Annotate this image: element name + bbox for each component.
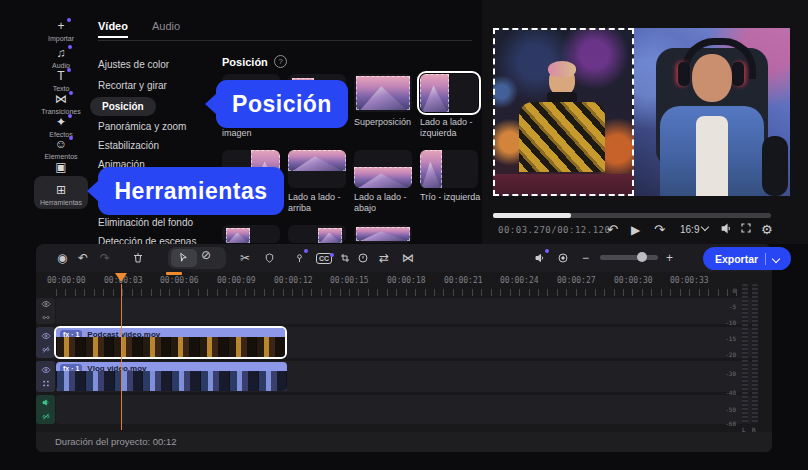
preview-pane: 00:03.270/00:12.120 ↶ ▶ ↷ 16:9 ⚙ — [482, 0, 808, 244]
menu-item-ajustes-de-color[interactable]: Ajustes de color — [98, 59, 169, 70]
preview-settings-icon[interactable]: ⚙ — [761, 222, 773, 238]
menu-item-estabilizacion[interactable]: Estabilización — [98, 140, 159, 151]
menu-item-posicion[interactable]: Posición — [90, 97, 156, 116]
export-button[interactable]: Exportar — [703, 247, 791, 270]
slip-tool-icon[interactable]: ⊘ — [201, 247, 211, 263]
elements-smiley-icon: ☺ — [55, 138, 67, 151]
timeline-marker[interactable] — [166, 272, 182, 275]
track4-header — [36, 395, 55, 424]
unlink-icon[interactable] — [41, 412, 51, 421]
thumb-label: Trío - izquierda — [420, 192, 484, 203]
thumbnail-art — [420, 74, 449, 112]
position-thumb-partial[interactable] — [354, 225, 412, 243]
ruler-label: 00:00:12 — [274, 276, 313, 285]
eye-icon[interactable] — [41, 332, 51, 340]
group-dots-icon[interactable] — [41, 379, 51, 388]
speaker-icon[interactable] — [41, 398, 51, 407]
clip-podcast-video[interactable]: fx · 1 Podcast video.mov — [56, 328, 285, 357]
position-thumb-superposicion[interactable] — [354, 74, 412, 112]
position-thumb-lado-a-lado-abajo[interactable] — [354, 150, 412, 188]
track1-lane[interactable] — [56, 298, 752, 324]
timeline-zoom-slider[interactable] — [600, 255, 658, 260]
zoom-out-icon[interactable]: − — [582, 250, 589, 266]
eye-icon[interactable] — [41, 300, 51, 308]
app-window: + Importar ♫ Audio T Texto ⋈ Transicione… — [0, 0, 808, 470]
notification-dot — [68, 114, 72, 118]
select-tool-button[interactable] — [171, 249, 197, 267]
help-icon[interactable]: ? — [274, 55, 287, 68]
notification-dot — [69, 91, 73, 95]
seek-progress — [493, 213, 571, 218]
chevron-down-icon — [772, 254, 780, 262]
meter-scale: -50 — [722, 406, 736, 413]
delete-icon[interactable] — [132, 250, 144, 264]
speed-clock-icon[interactable] — [357, 250, 369, 264]
track3-lane[interactable]: fx · 1 Vlog video.mov — [56, 361, 752, 392]
position-thumb-lado-a-lado-izquierda[interactable] — [420, 74, 478, 112]
transition-bowtie-icon[interactable]: ⋈ — [402, 250, 414, 266]
fullscreen-icon[interactable] — [740, 222, 752, 238]
undo-icon[interactable]: ↶ — [78, 250, 88, 266]
transfer-arrows-icon[interactable]: ⇄ — [379, 250, 389, 266]
shield-icon[interactable] — [264, 250, 275, 264]
thumb-label: Superposición — [354, 117, 418, 128]
notification-dot — [67, 18, 71, 22]
meter-scale: -15 — [722, 335, 736, 342]
ruler-label: 00:00:33 — [670, 276, 709, 285]
thumbnail-art — [420, 150, 442, 188]
sidebar-item-herramientas[interactable]: ⊞ Herramientas — [34, 176, 88, 209]
eye-icon[interactable] — [41, 366, 51, 374]
ruler-label: 00:00:15 — [330, 276, 369, 285]
position-thumb-partial[interactable] — [222, 225, 280, 243]
menu-item-recortar-y-girar[interactable]: Recortar y girar — [98, 80, 167, 91]
jump-forward-icon[interactable]: ↷ — [654, 222, 665, 238]
track2-lane[interactable]: fx · 1 Podcast video.mov — [56, 327, 752, 358]
redo-icon[interactable]: ↷ — [100, 250, 110, 266]
notification-dot — [330, 253, 334, 257]
zoom-slider-knob[interactable] — [637, 252, 647, 262]
meter-scale: -5 — [722, 303, 736, 310]
headphone-cup — [678, 62, 690, 86]
color-grading-icon[interactable] — [557, 250, 569, 264]
audio-meter-left — [742, 284, 748, 424]
tab-audio[interactable]: Audio — [152, 20, 180, 32]
link-icon[interactable] — [41, 313, 51, 322]
position-thumb-trio-izquierda[interactable] — [420, 150, 478, 188]
clip-filmstrip — [56, 337, 285, 357]
preview-video-left[interactable] — [493, 28, 634, 196]
track3-header — [36, 361, 55, 392]
marker-icon[interactable] — [294, 250, 305, 264]
volume-mixer-icon[interactable] — [534, 250, 546, 264]
position-thumb-partial[interactable] — [288, 225, 346, 243]
cut-scissors-icon[interactable]: ✂ — [240, 250, 250, 266]
section-title: Posición — [222, 56, 268, 68]
preview-seek-bar[interactable] — [493, 213, 771, 218]
clip-vlog-video[interactable]: fx · 1 Vlog video.mov — [56, 362, 287, 391]
track4-lane[interactable] — [56, 395, 752, 424]
tools-grid-icon: ⊞ — [56, 184, 66, 197]
aspect-ratio-dropdown[interactable]: 16:9 — [680, 222, 708, 238]
menu-item-panoramica-y-zoom[interactable]: Panorámica y zoom — [98, 121, 186, 132]
preview-volume-icon[interactable] — [720, 222, 733, 239]
menu-item-eliminacion-del-fondo[interactable]: Eliminación del fondo — [98, 217, 193, 228]
divider — [765, 253, 766, 265]
subtitles-cc-icon[interactable]: CC — [316, 253, 332, 264]
thumbnail-art — [318, 228, 342, 243]
track1-header — [36, 298, 55, 324]
jump-back-icon[interactable]: ↶ — [607, 222, 618, 238]
ruler-ticks[interactable] — [56, 289, 756, 296]
play-button[interactable]: ▶ — [631, 222, 640, 238]
tab-video[interactable]: Vídeo — [98, 20, 128, 38]
record-icon[interactable]: ◉ — [57, 250, 67, 266]
unlink-icon[interactable] — [41, 345, 51, 354]
zoom-in-icon[interactable]: + — [666, 250, 673, 266]
sidebar-item-importar[interactable]: + Importar — [32, 16, 90, 42]
import-plus-icon: + — [57, 20, 64, 33]
export-label: Exportar — [715, 253, 758, 265]
position-thumb-lado-a-lado-arriba[interactable] — [288, 150, 346, 188]
meter-scale: 0 — [722, 287, 736, 294]
effects-sparkle-icon: ✦ — [56, 116, 66, 129]
crop-rotate-icon[interactable] — [339, 250, 351, 264]
playhead-handle[interactable] — [115, 273, 127, 282]
preview-video-right[interactable] — [634, 28, 790, 196]
